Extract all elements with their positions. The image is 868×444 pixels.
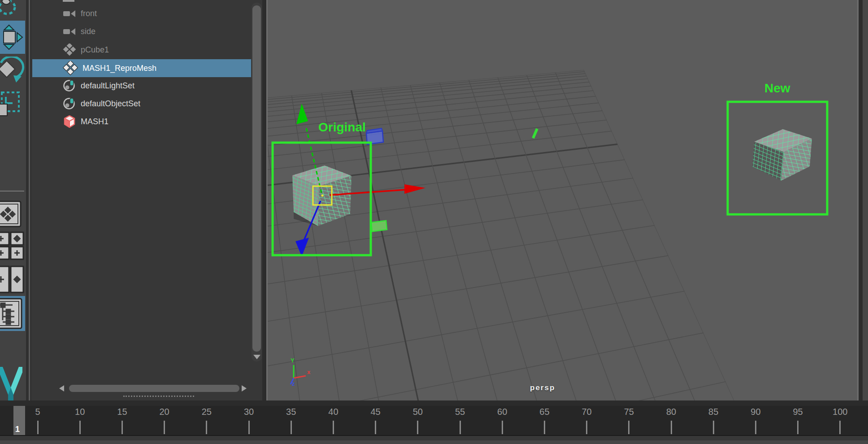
outliner-layout-icon	[0, 296, 25, 331]
timeline-tick	[586, 421, 587, 434]
hscroll-thumb[interactable]	[69, 385, 239, 392]
timeline-tick	[755, 421, 756, 434]
outliner-item-front[interactable]: front	[32, 5, 251, 22]
timeline-tick-label: 50	[408, 407, 428, 417]
outliner-item-label: MASH1	[81, 117, 108, 126]
vscroll-down-arrow[interactable]	[252, 353, 261, 361]
time-slider[interactable]: 1 51015202530354045505560657075808590951…	[0, 406, 868, 435]
timeline-tick-label: 95	[788, 407, 808, 417]
right-panel-sliver	[863, 0, 868, 400]
toolbox-divider	[0, 191, 24, 192]
timeline-tick-label: 5	[28, 407, 48, 417]
timeline-tick-label: 35	[281, 407, 301, 417]
scale-icon	[0, 90, 25, 118]
axis-y-label: Y	[291, 357, 295, 364]
outliner-item-mash1[interactable]: MASH1	[32, 113, 251, 130]
two-pane-layout-button[interactable]	[0, 266, 25, 293]
small-green-box	[371, 221, 387, 231]
scene-overlay	[268, 0, 857, 400]
timeline-tick-label: 25	[197, 407, 217, 417]
outliner-persp-layout-button[interactable]	[0, 296, 25, 331]
outliner-panel: front side pCube1 MASH1	[31, 0, 262, 400]
mash-node-icon	[63, 115, 76, 128]
move-icon	[0, 21, 25, 54]
timeline-tick-label: 40	[323, 407, 343, 417]
timeline-tick-label: 60	[492, 407, 512, 417]
current-frame-marker[interactable]: 1	[13, 406, 25, 435]
outliner-item-defaultobjectset[interactable]: defaultObjectSet	[32, 95, 251, 112]
timeline-tick-label: 75	[619, 407, 639, 417]
timeline-tick-label: 20	[155, 407, 174, 417]
single-pane-layout-button[interactable]	[0, 200, 25, 228]
timeline-tick	[628, 421, 629, 434]
single-pane-icon	[0, 200, 25, 228]
horizontal-panel-gap	[0, 400, 868, 406]
timeline-tick	[375, 421, 376, 434]
range-slider-strip[interactable]	[0, 436, 868, 440]
outliner-item-label: defaultLightSet	[81, 81, 135, 91]
camera-icon	[63, 25, 76, 38]
outliner-item-mash1-repromesh[interactable]: MASH1_ReproMesh	[32, 59, 251, 77]
viewport-left-border	[262, 0, 266, 400]
outliner-item-label: MASH1_ReproMesh	[82, 64, 156, 73]
hscroll-right-arrow[interactable]	[240, 385, 247, 392]
outliner-item-defaultlightset[interactable]: defaultLightSet	[32, 77, 251, 94]
toolbox	[0, 0, 26, 406]
outliner-item-label: defaultObjectSet	[81, 99, 140, 109]
set-icon	[63, 97, 76, 110]
timeline-tick-label: 30	[239, 407, 259, 417]
scale-tool[interactable]	[0, 90, 25, 118]
timeline-tick-label: 65	[534, 407, 554, 417]
timeline-tick	[333, 421, 334, 434]
axis-x-label: x	[307, 369, 310, 375]
outliner-item-pcube1[interactable]: pCube1	[32, 41, 251, 58]
timeline-tick	[502, 421, 503, 434]
timeline-tick	[291, 421, 292, 434]
timeline-tick	[671, 421, 672, 434]
rotate-tool[interactable]	[0, 57, 25, 83]
range-slider-strip-2[interactable]	[0, 440, 868, 444]
timeline-tick	[37, 421, 39, 434]
perspective-viewport[interactable]: Original New persp Y x z	[268, 0, 857, 400]
new-label: New	[764, 81, 790, 96]
mesh-icon	[63, 44, 76, 56]
mesh-icon	[63, 61, 78, 75]
green-dash	[533, 129, 537, 138]
viewport-right-border	[859, 0, 863, 400]
lasso-select-tool[interactable]	[0, 0, 25, 19]
vscroll-thumb[interactable]	[252, 5, 261, 352]
hscroll-left-arrow[interactable]	[58, 385, 65, 392]
timeline-tick-label: 55	[450, 407, 470, 417]
timeline-tick	[122, 421, 123, 434]
panel-resize-handle[interactable]	[123, 396, 194, 397]
timeline-tick-label: 90	[746, 407, 765, 417]
timeline-tick	[460, 421, 461, 434]
timeline-tick	[544, 421, 545, 434]
two-pane-icon	[0, 266, 25, 293]
timeline-tick	[797, 421, 799, 434]
lasso-icon	[0, 0, 25, 19]
move-tool[interactable]	[0, 21, 25, 54]
timeline-tick-label: 45	[366, 407, 386, 417]
timeline-tick	[839, 421, 841, 434]
rotate-icon	[0, 57, 25, 83]
axis-z-label: z	[292, 380, 295, 387]
original-label: Original	[318, 120, 366, 135]
clipped-row-icon	[63, 0, 74, 2]
timeline-tick	[248, 421, 250, 434]
timeline-tick-label: 10	[70, 407, 90, 417]
timeline-tick-label: 85	[703, 407, 723, 417]
outliner-item-side[interactable]: side	[32, 23, 251, 40]
outliner-item-label: side	[81, 27, 95, 36]
timeline-tick	[164, 421, 165, 434]
outliner-item-label: pCube1	[81, 45, 109, 55]
set-icon	[63, 79, 76, 92]
timeline-tick-label: 70	[577, 407, 597, 417]
timeline-tick	[713, 421, 714, 434]
timeline-tick	[79, 421, 81, 434]
four-pane-layout-button[interactable]	[0, 231, 25, 260]
timeline-tick	[206, 421, 207, 434]
timeline-tick-label: 80	[661, 407, 681, 417]
current-frame-label: 1	[15, 425, 20, 434]
new-cube	[752, 129, 812, 181]
